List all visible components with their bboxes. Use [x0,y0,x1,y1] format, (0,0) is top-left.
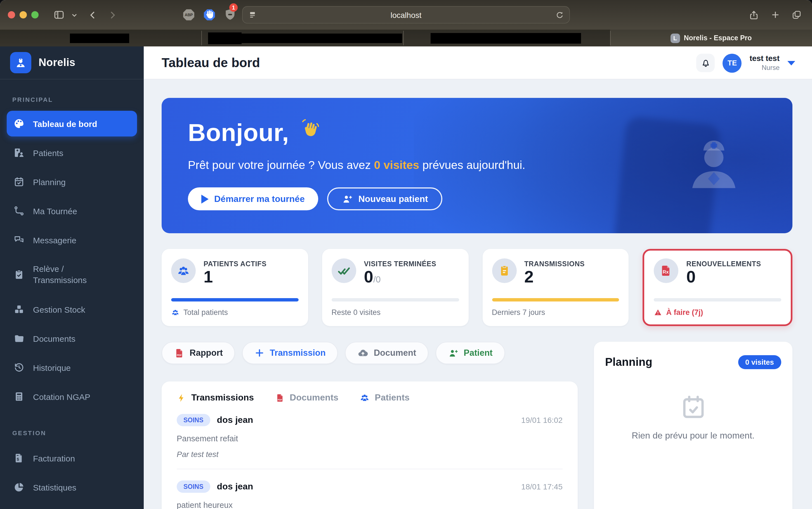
sidebar-item-label: Relève / Transmissions [33,264,117,286]
sidebar-item-gestion-stock[interactable]: Gestion Stock [7,297,137,322]
clipboard-amber-icon [492,259,517,283]
wave-hand-icon [298,118,322,147]
progress-track [331,298,459,302]
stat-footer: Total patients [171,308,298,316]
rx-document-icon: Rx [654,259,679,283]
calendar-check-icon [679,393,708,422]
sidebar-item-tableau-de-bord[interactable]: Tableau de bord [7,111,137,136]
sidebar-item-cotation-ngap[interactable]: Cotation NGAP [7,384,137,409]
svg-text:ABP: ABP [184,13,193,17]
stat-footer: Reste 0 visites [331,308,459,316]
dashboard-content: Bonjour, Prêt pour votre journée ? Vous … [144,79,812,509]
zoom-window-button[interactable] [31,11,39,19]
active-tab[interactable]: L Norelis - Espace Pro [610,30,812,46]
safari-window: ABP 1 localhost [0,0,812,509]
welcome-subtitle: Prêt pour votre journée ? Vous avez 0 vi… [188,158,792,172]
sidebar-item-facturation[interactable]: $ Facturation [7,445,137,471]
user-role: Nurse [750,64,780,72]
svg-text:PDF: PDF [177,353,182,356]
stats-row: PATIENTS ACTIFS 1 Total patients [162,249,792,326]
sidebar-item-label: Gestion Stock [33,305,85,314]
stat-card-transmissions: TRANSMISSIONS 2 Derniers 7 jours [482,249,629,326]
sidebar-item-label: Messagerie [33,235,76,245]
notifications-button[interactable] [697,54,715,72]
progress-fill [492,298,619,302]
back-icon[interactable] [87,0,99,30]
tab-separator [403,31,404,45]
patient-add-button[interactable]: Patient [436,342,505,364]
patients-icon [13,147,25,158]
invoice-icon: $ [13,452,25,464]
patient-name: dos jean [217,482,253,491]
norelis-logo-icon [10,52,31,73]
reader-view-icon[interactable] [243,6,262,24]
double-check-icon [331,259,356,283]
item-text: Pansement refait [177,434,563,443]
boxes-icon [13,304,25,315]
tab-patients[interactable]: Patients [360,393,410,403]
svg-text:PDF: PDF [278,398,282,401]
reload-icon[interactable] [550,6,569,24]
minimize-window-button[interactable] [20,11,27,19]
sidebar-item-label: Historique [33,363,71,372]
chevron-down-icon[interactable] [69,0,79,30]
warning-icon [654,308,662,316]
person-plus-green-icon [448,348,459,358]
folder-icon [13,333,25,344]
transmission-item[interactable]: SOINS dos jean 18/01 17:45 patient heure… [177,469,563,509]
stat-label: TRANSMISSIONS [524,260,585,268]
document-upload-button[interactable]: Document [345,342,429,364]
progress-fill [171,298,298,302]
transmission-item[interactable]: SOINS dos jean 19/01 16:02 Pansement ref… [177,403,563,469]
tab-overview-icon[interactable] [788,0,804,30]
user-avatar[interactable]: TE [723,54,742,72]
tab-documents[interactable]: PDF Documents [275,393,338,403]
people-icon [360,393,369,403]
sidebar-item-label: Tableau de bord [33,119,97,128]
svg-text:Rx: Rx [663,269,669,275]
close-window-button[interactable] [8,11,15,19]
tab-transmissions[interactable]: Transmissions [177,393,254,403]
sidebar-item-documents[interactable]: Documents [7,326,137,351]
pdf-file-icon: PDF [275,393,285,402]
quick-actions: PDF Rapport Transmission [162,342,578,364]
url-bar[interactable]: localhost [242,6,570,24]
stat-footer: Derniers 7 jours [492,308,619,316]
sidebar-item-ma-tournee[interactable]: Ma Tournée [7,198,137,224]
sidebar-item-statistiques[interactable]: Statistiques [7,474,137,500]
new-patient-button[interactable]: Nouveau patient [327,188,443,210]
activity-feed-panel: Transmissions PDF Documents [162,381,578,509]
stat-card-visites-terminees: VISITES TERMINÉES 0/0 Reste 0 visites [322,249,469,326]
sidebar-toggle-icon[interactable] [51,0,66,30]
rapport-button[interactable]: PDF Rapport [162,342,235,364]
new-tab-icon[interactable] [767,0,783,30]
redacted-tab-title[interactable] [208,32,242,44]
url-text[interactable]: localhost [262,10,550,19]
soins-badge: SOINS [177,480,210,493]
sidebar-item-patients[interactable]: Patients [7,140,137,166]
redacted-tab-title[interactable] [431,33,581,44]
ublock-hand-extension-icon[interactable] [201,0,217,30]
planning-title: Planning [605,356,652,369]
redacted-tab-title[interactable] [241,34,402,43]
tab-favicon: L [670,33,680,43]
progress-track [654,298,781,302]
brand-row: Norelis [0,46,144,79]
person-plus-icon [342,193,353,204]
plus-icon [255,348,265,358]
sidebar-item-messagerie[interactable]: Messagerie [7,227,137,253]
bolt-icon [177,393,186,402]
sidebar-item-releve-transmissions[interactable]: Relève / Transmissions [7,256,137,293]
transmission-button[interactable]: Transmission [242,342,338,364]
sidebar-item-label: Planning [33,177,66,186]
share-icon[interactable] [746,0,762,30]
start-tour-button[interactable]: Démarrer ma tournée [188,188,318,210]
sidebar-item-planning[interactable]: Planning [7,169,137,195]
redacted-tab-title[interactable] [70,34,129,43]
user-menu-chevron-icon[interactable] [787,61,795,65]
sidebar-item-historique[interactable]: Historique [7,354,137,380]
forward-icon[interactable] [106,0,118,30]
calculator-icon [13,391,25,402]
pie-chart-icon [13,482,25,493]
adblock-extension-icon[interactable]: ABP [181,0,196,30]
